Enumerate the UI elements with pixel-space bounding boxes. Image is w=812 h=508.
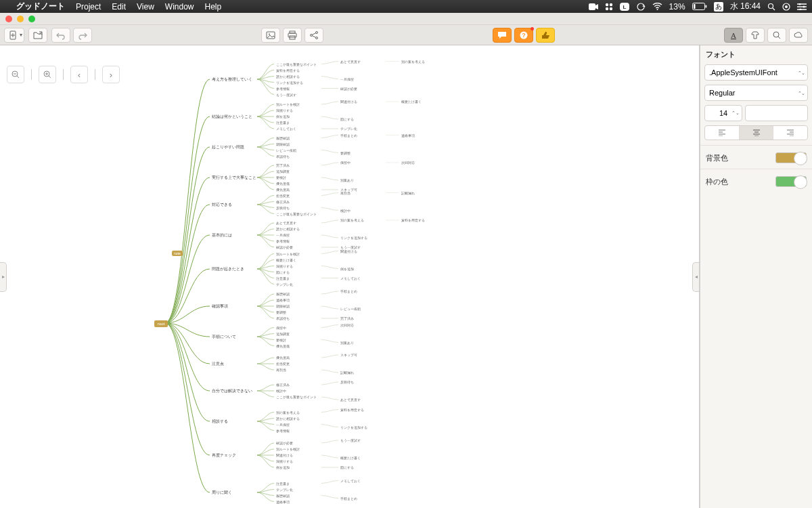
mindmap-leaf[interactable]: 要調整 <box>340 151 351 155</box>
mindmap-leaf[interactable]: 一旦保留 <box>276 423 290 427</box>
mindmap-leaf[interactable]: 深掘りする <box>276 264 293 268</box>
mindmap-leaf[interactable]: テンプレ化 <box>276 282 293 287</box>
text-color-swatch[interactable] <box>745 105 808 121</box>
mindmap-leaf[interactable]: 参考情報 <box>276 87 290 91</box>
mindmap-leaf[interactable]: 要検討 <box>276 338 286 342</box>
font-size-stepper[interactable]: 14 <box>704 105 742 121</box>
mindmap-leaf[interactable]: あとで見直す <box>340 398 361 402</box>
mindmap-leaf[interactable]: ここが最も重要なポイント <box>276 212 317 216</box>
mindmap-leaf[interactable]: 別の案を考える <box>340 218 364 222</box>
mindmap-leaf[interactable]: 修正済み <box>276 200 290 204</box>
mindmap-leaf[interactable]: 要検討 <box>276 175 286 179</box>
mindmap-leaf[interactable]: 例を追加 <box>340 267 354 271</box>
search-button[interactable] <box>767 28 786 43</box>
mindmap-leaf[interactable]: 追加調査 <box>276 332 290 336</box>
mindmap-leaf[interactable]: 概要だけ書く <box>276 258 296 262</box>
mindmap-leaf[interactable]: 期限確認 <box>276 304 290 308</box>
mindmap-leaf[interactable]: 次回対応 <box>340 323 354 327</box>
siri-icon[interactable] <box>782 3 790 11</box>
mindmap-leaf[interactable]: リンクを追加する <box>340 236 367 240</box>
mindmap-node[interactable]: 起こりやすい問題 <box>212 145 244 150</box>
mindmap-leaf[interactable]: 注意書き <box>276 482 290 486</box>
help-button[interactable]: ? <box>514 28 533 43</box>
menu-edit[interactable]: Edit <box>112 2 126 12</box>
theme-button[interactable] <box>746 28 765 43</box>
mindmap-leaf[interactable]: 誰かに相談する <box>276 417 300 421</box>
clock[interactable]: 水 16:44 <box>730 1 761 12</box>
mindmap-leaf[interactable]: 期限確認 <box>276 142 290 146</box>
mindmap-leaf[interactable]: 深掘りする <box>276 108 293 112</box>
mindmap-node[interactable]: 考え方を整理していく <box>212 77 252 82</box>
mindmap-leaf[interactable]: 再割当 <box>276 368 286 372</box>
mindmap-node[interactable]: 再度チェック <box>212 453 236 458</box>
mindmap-leaf[interactable]: 深掘りする <box>276 459 293 463</box>
mindmap-leaf[interactable]: 記載漏れ <box>340 371 354 375</box>
window-close[interactable] <box>5 16 12 22</box>
mindmap-leaf[interactable]: 担当変更 <box>276 362 290 366</box>
mindmap-leaf[interactable]: 保留中 <box>340 161 351 165</box>
align-left-button[interactable] <box>705 126 739 140</box>
text-style-button[interactable]: A <box>724 28 743 43</box>
insert-image-button[interactable] <box>261 28 280 43</box>
mindmap-leaf[interactable]: メモしておく <box>340 276 361 280</box>
mindmap-node[interactable]: 結論は何かということ <box>212 114 252 119</box>
facetime-icon[interactable] <box>589 3 598 10</box>
mindmap-leaf[interactable]: 関連付ける <box>340 249 357 253</box>
menu-project[interactable]: Project <box>76 2 101 12</box>
canvas[interactable]: ‹ › ▸ ◂ root note 考え方を整理していくここが最も重要なポイント… <box>0 45 700 508</box>
sync-icon[interactable] <box>636 3 646 11</box>
mindmap[interactable]: root note 考え方を整理していくここが最も重要なポイントあとで見直す別の… <box>142 45 683 508</box>
window-minimize[interactable] <box>17 16 24 22</box>
mindmap-leaf[interactable]: 優先度低 <box>276 182 290 186</box>
align-right-button[interactable] <box>773 126 807 140</box>
mindmap-leaf[interactable]: あとで見直す <box>276 221 296 225</box>
print-button[interactable] <box>283 28 302 43</box>
font-family-select[interactable]: .AppleSystemUIFont <box>704 64 808 81</box>
mindmap-node[interactable]: 周りに聞く <box>212 490 232 495</box>
mindmap-leaf[interactable]: 連絡事項 <box>276 500 290 504</box>
mindmap-leaf[interactable]: 検討中 <box>340 209 351 213</box>
mindmap-node[interactable]: 対応できる <box>212 203 232 207</box>
status-icon-1[interactable] <box>605 3 613 11</box>
mindmap-leaf[interactable]: 図にする <box>276 270 290 274</box>
redo-button[interactable] <box>73 28 92 43</box>
open-document-button[interactable] <box>28 28 47 43</box>
mindmap-leaf[interactable]: 記載漏れ <box>401 191 415 195</box>
mindmap-leaf[interactable]: 確認が必要 <box>276 441 293 445</box>
mindmap-leaf[interactable]: 手順まとめ <box>340 496 357 501</box>
share-button[interactable] <box>304 28 323 43</box>
mindmap-leaf[interactable]: もう一度試す <box>276 93 296 97</box>
zoom-out-button[interactable] <box>7 66 24 83</box>
line-icon[interactable]: L <box>620 3 629 11</box>
mindmap-leaf[interactable]: 資料を用意する <box>276 68 300 72</box>
mindmap-leaf[interactable]: 反映待ち <box>340 380 354 384</box>
mindmap-leaf[interactable]: スキップ可 <box>340 353 357 357</box>
mindmap-leaf[interactable]: 関連付ける <box>276 453 293 457</box>
comment-button[interactable] <box>493 28 512 43</box>
mindmap-leaf[interactable]: 誰かに相談する <box>276 75 300 79</box>
mindmap-leaf[interactable]: テンプレ化 <box>340 127 357 131</box>
mindmap-leaf[interactable]: 資料を用意する <box>401 218 425 222</box>
mindmap-leaf[interactable]: 反映待ち <box>276 206 290 210</box>
mindmap-leaf[interactable]: 例を追加 <box>276 465 290 469</box>
mindmap-leaf[interactable]: 別ルートを検討 <box>276 447 300 451</box>
mindmap-leaf[interactable]: 優先度低 <box>276 344 290 348</box>
spotlight-icon[interactable] <box>767 3 775 11</box>
mindmap-leaf[interactable]: 例を追加 <box>276 114 290 119</box>
mindmap-leaf[interactable]: もう一度試す <box>340 438 361 442</box>
like-button[interactable] <box>536 28 555 43</box>
mindmap-leaf[interactable]: 別ルートを検討 <box>276 252 300 256</box>
border-color-swatch[interactable] <box>775 176 807 187</box>
mindmap-leaf[interactable]: レビュー依頼 <box>340 307 361 311</box>
mindmap-leaf[interactable]: 再割当 <box>340 191 351 195</box>
mindmap-leaf[interactable]: リンクを追加する <box>276 81 303 85</box>
mindmap-leaf[interactable]: 手順まとめ <box>340 133 357 137</box>
mindmap-node[interactable]: 問題が起きたとき <box>212 267 244 272</box>
mindmap-leaf[interactable]: ここが最も重要なポイント <box>276 62 317 66</box>
mindmap-leaf[interactable]: 別案あり <box>340 178 354 182</box>
mindmap-leaf[interactable]: あとで見直す <box>340 60 361 64</box>
mindmap-leaf[interactable]: 概要だけ書く <box>340 456 361 460</box>
undo-button[interactable] <box>51 28 70 43</box>
mindmap-leaf[interactable]: 担当変更 <box>276 194 290 198</box>
text-align-segmented[interactable] <box>704 125 808 140</box>
